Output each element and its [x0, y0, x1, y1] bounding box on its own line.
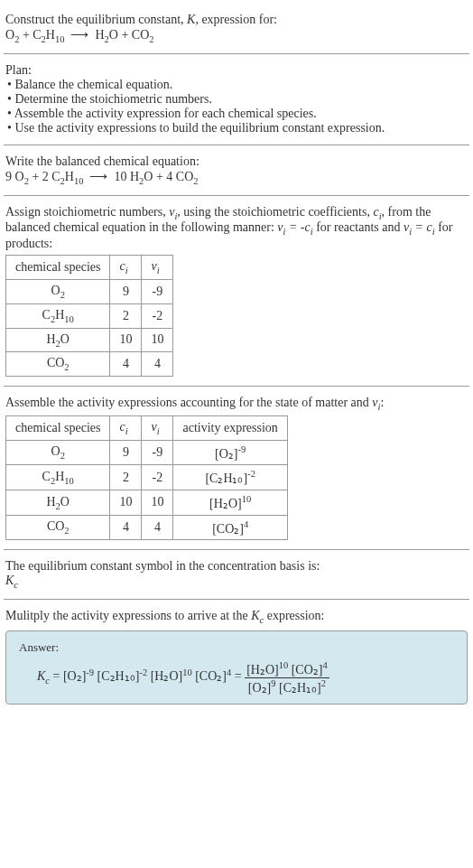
cell-nui: 10 — [142, 490, 173, 516]
balanced-section: Write the balanced chemical equation: 9 … — [4, 149, 469, 191]
cell-ci: 9 — [110, 279, 142, 303]
cell-species: H2O — [6, 490, 110, 516]
table-row: O2 9 -9 [O₂]-9 — [6, 440, 288, 465]
divider — [4, 549, 469, 550]
cell-ci: 4 — [110, 515, 142, 540]
col-nui: νi — [142, 415, 173, 440]
plan-item: • Determine the stoichiometric numbers. — [5, 92, 468, 107]
table-row: H2O 10 10 [H₂O]10 — [6, 490, 288, 516]
cell-nui: -2 — [142, 465, 173, 490]
cell-ci: 10 — [110, 490, 142, 516]
cell-nui: 4 — [142, 515, 173, 540]
fraction: [H₂O]10 [CO₂]4 [O₂]9 [C₂H₁₀]2 — [245, 660, 329, 695]
plan-title: Plan: — [5, 63, 468, 78]
symbol-section: The equilibrium constant symbol in the c… — [4, 554, 469, 595]
col-species: chemical species — [6, 256, 110, 280]
assign-text: Assign stoichiometric numbers, νi, using… — [5, 205, 468, 252]
cell-expr: [C₂H₁₀]-2 — [173, 465, 287, 490]
table-row: H2O 10 10 — [6, 328, 173, 352]
kc-expression: Kc = [O₂]-9 [C₂H₁₀]-2 [H₂O]10 [CO₂]4 = [… — [19, 660, 454, 695]
cell-ci: 2 — [110, 465, 142, 490]
cell-ci: 10 — [110, 328, 142, 352]
cell-nui: 10 — [142, 328, 173, 352]
multiply-section: Mulitply the activity expressions to arr… — [4, 603, 469, 710]
plan-item: • Assemble the activity expression for e… — [5, 107, 468, 121]
cell-expr: [O₂]-9 — [173, 440, 287, 465]
answer-label: Answer: — [19, 640, 454, 655]
kc-symbol: Kc — [5, 574, 468, 590]
cell-nui: -9 — [142, 279, 173, 303]
activity-section: Assemble the activity expressions accoun… — [4, 390, 469, 546]
plan-item: • Use the activity expressions to build … — [5, 121, 468, 135]
construct-line: Construct the equilibrium constant, K, e… — [5, 13, 468, 27]
plan-item: • Balance the chemical equation. — [5, 78, 468, 92]
col-ci: ci — [110, 256, 142, 280]
divider — [4, 53, 469, 54]
cell-species: H2O — [6, 328, 110, 352]
cell-species: O2 — [6, 440, 110, 465]
cell-species: O2 — [6, 279, 110, 303]
cell-nui: -2 — [142, 303, 173, 328]
table-header-row: chemical species ci νi activity expressi… — [6, 415, 288, 440]
symbol-text: The equilibrium constant symbol in the c… — [5, 559, 468, 574]
table-row: O2 9 -9 — [6, 279, 173, 303]
table-row: C2H10 2 -2 — [6, 303, 173, 328]
table-header-row: chemical species ci νi — [6, 256, 173, 280]
balanced-equation: 9 O2 + 2 C2H10 ⟶ 10 H2O + 4 CO2 — [5, 169, 468, 186]
table-row: CO2 4 4 — [6, 352, 173, 377]
cell-nui: -9 — [142, 440, 173, 465]
cell-ci: 9 — [110, 440, 142, 465]
stoich-table: chemical species ci νi O2 9 -9 C2H10 2 -… — [5, 255, 173, 377]
col-expr: activity expression — [173, 415, 287, 440]
cell-nui: 4 — [142, 352, 173, 377]
divider — [4, 195, 469, 196]
cell-species: C2H10 — [6, 465, 110, 490]
cell-ci: 2 — [110, 303, 142, 328]
col-ci: ci — [110, 415, 142, 440]
problem-statement: Construct the equilibrium constant, K, e… — [4, 7, 469, 50]
cell-expr: [CO₂]4 — [173, 515, 287, 540]
cell-expr: [H₂O]10 — [173, 490, 287, 516]
table-row: CO2 4 4 [CO₂]4 — [6, 515, 288, 540]
answer-box: Answer: Kc = [O₂]-9 [C₂H₁₀]-2 [H₂O]10 [C… — [5, 630, 468, 705]
cell-species: CO2 — [6, 515, 110, 540]
col-species: chemical species — [6, 415, 110, 440]
table-row: C2H10 2 -2 [C₂H₁₀]-2 — [6, 465, 288, 490]
activity-text: Assemble the activity expressions accoun… — [5, 396, 468, 412]
divider — [4, 599, 469, 600]
assign-section: Assign stoichiometric numbers, νi, using… — [4, 200, 469, 383]
col-nui: νi — [142, 256, 173, 280]
multiply-text: Mulitply the activity expressions to arr… — [5, 609, 468, 625]
cell-ci: 4 — [110, 352, 142, 377]
plan-section: Plan: • Balance the chemical equation. •… — [4, 58, 469, 141]
cell-species: C2H10 — [6, 303, 110, 328]
unbalanced-equation: O2 + C2H10 ⟶ H2O + CO2 — [5, 27, 468, 44]
cell-species: CO2 — [6, 352, 110, 377]
balanced-title: Write the balanced chemical equation: — [5, 154, 468, 169]
divider — [4, 386, 469, 387]
activity-table: chemical species ci νi activity expressi… — [5, 415, 288, 540]
divider — [4, 145, 469, 145]
